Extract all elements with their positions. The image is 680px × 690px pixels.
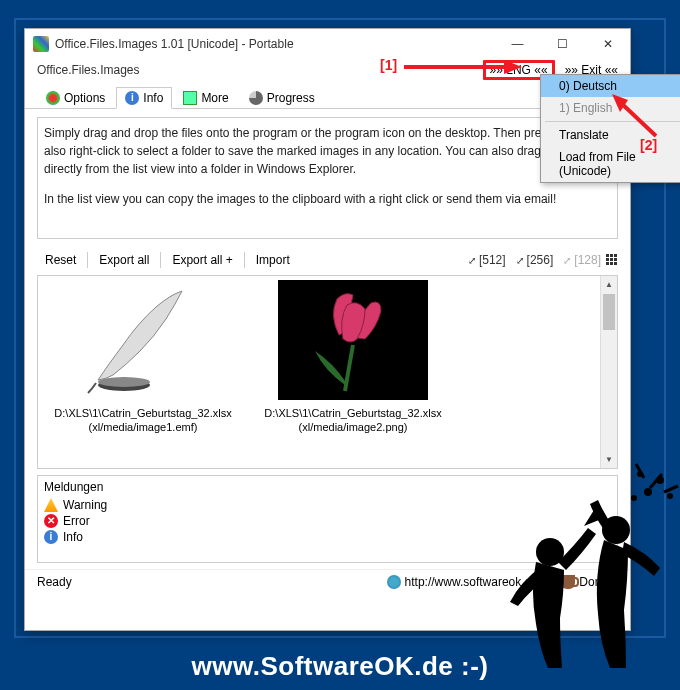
annotation-2: [2] xyxy=(640,137,657,153)
thumbnail-label: D:\XLS\1\Catrin_Geburtstag_32.xlsx(xl/me… xyxy=(48,406,238,435)
message-error[interactable]: ✕Error xyxy=(44,514,611,528)
import-button[interactable]: Import xyxy=(248,253,298,267)
error-icon: ✕ xyxy=(44,514,58,528)
list-item[interactable]: D:\XLS\1\Catrin_Geburtstag_32.xlsx(xl/me… xyxy=(48,280,238,464)
reset-button[interactable]: Reset xyxy=(37,253,84,267)
expand-icon: ⤢ xyxy=(563,255,571,266)
options-icon xyxy=(46,91,60,105)
scroll-thumb[interactable] xyxy=(603,294,615,330)
info-paragraph-2: In the list view you can copy the images… xyxy=(44,190,611,208)
scroll-down-icon[interactable]: ▼ xyxy=(601,451,617,468)
svg-point-11 xyxy=(667,493,673,499)
maximize-button[interactable]: ☐ xyxy=(540,29,585,59)
status-ready: Ready xyxy=(37,575,72,589)
expand-icon: ⤢ xyxy=(516,255,524,266)
globe-icon xyxy=(387,575,401,589)
app-icon xyxy=(33,36,49,52)
info-textbox: Simply drag and drop the files onto the … xyxy=(37,117,618,239)
titlebar: Office.Files.Images 1.01 [Unicode] - Por… xyxy=(25,29,630,59)
thumbnail-image-feather xyxy=(68,280,218,400)
minimize-button[interactable]: — xyxy=(495,29,540,59)
arrow-1 xyxy=(404,57,524,77)
messages-panel: Meldungen Warning ✕Error iInfo xyxy=(37,475,618,563)
annotation-1: [1] xyxy=(380,57,397,73)
coffee-icon xyxy=(561,575,575,589)
messages-title: Meldungen xyxy=(44,480,611,494)
export-all-button[interactable]: Export all xyxy=(91,253,157,267)
scroll-up-icon[interactable]: ▲ xyxy=(601,276,617,293)
page-caption: www.SoftwareOK.de :-) xyxy=(0,651,680,682)
window-title: Office.Files.Images 1.01 [Unicode] - Por… xyxy=(55,37,495,51)
close-button[interactable]: ✕ xyxy=(585,29,630,59)
thumbnail-label: D:\XLS\1\Catrin_Geburtstag_32.xlsx(xl/me… xyxy=(258,406,448,435)
info-icon: i xyxy=(125,91,139,105)
grid-view-icon[interactable] xyxy=(606,254,618,266)
tab-options[interactable]: Options xyxy=(37,87,114,108)
more-icon xyxy=(183,91,197,105)
thumbnail-image-tulip xyxy=(278,280,428,400)
toolbar: Reset Export all Export all + Import ⤢[5… xyxy=(25,247,630,273)
zoom-256-button[interactable]: ⤢[256] xyxy=(511,253,559,267)
svg-marker-3 xyxy=(504,60,522,74)
website-link[interactable]: http://www.softwareok.com xyxy=(387,575,548,589)
donate-link[interactable]: Donate xyxy=(561,575,618,589)
info-paragraph-1: Simply drag and drop the files onto the … xyxy=(44,124,611,178)
zoom-128-button[interactable]: ⤢[128] xyxy=(558,253,606,267)
tab-more[interactable]: More xyxy=(174,87,237,108)
list-item[interactable]: D:\XLS\1\Catrin_Geburtstag_32.xlsx(xl/me… xyxy=(258,280,448,464)
statusbar: Ready http://www.softwareok.com Donate xyxy=(25,569,630,593)
info-icon: i xyxy=(44,530,58,544)
export-all-plus-button[interactable]: Export all + xyxy=(164,253,240,267)
dropdown-item-load[interactable]: Load from File (Unicode) xyxy=(541,146,680,182)
svg-line-4 xyxy=(620,102,656,136)
tab-info[interactable]: iInfo xyxy=(116,87,172,109)
scrollbar[interactable]: ▲ ▼ xyxy=(600,276,617,468)
message-warning[interactable]: Warning xyxy=(44,498,611,512)
message-info[interactable]: iInfo xyxy=(44,530,611,544)
thumbnail-list: D:\XLS\1\Catrin_Geburtstag_32.xlsx(xl/me… xyxy=(37,275,618,469)
svg-point-1 xyxy=(98,377,150,387)
tab-progress[interactable]: Progress xyxy=(240,87,324,108)
progress-icon xyxy=(249,91,263,105)
expand-icon: ⤢ xyxy=(468,255,476,266)
warning-icon xyxy=(44,498,58,512)
zoom-512-button[interactable]: ⤢[512] xyxy=(463,253,511,267)
arrow-2 xyxy=(606,92,666,142)
